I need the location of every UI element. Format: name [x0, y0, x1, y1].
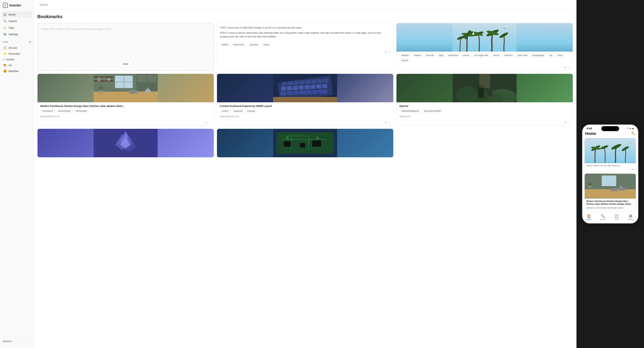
- tag-airplane[interactable]: airplane: [399, 53, 411, 57]
- tag-sky[interactable]: sky: [547, 53, 554, 57]
- sidebar-item-archive[interactable]: ▪️ Archive: [2, 57, 32, 62]
- svg-rect-53: [273, 97, 337, 102]
- tag-landscape[interactable]: landscape: [446, 53, 460, 57]
- tag-nature[interactable]: nature: [491, 53, 501, 57]
- tag-travel[interactable]: travel: [556, 53, 564, 57]
- sky-card-actions: ⤢ ⋯: [396, 64, 573, 71]
- phone-tag-modern[interactable]: modern: [617, 207, 624, 209]
- phone-tag-kitchenstyle[interactable]: kitchenstyle: [608, 207, 617, 209]
- sidebar-item-search[interactable]: 🔍 Search: [2, 18, 32, 24]
- svg-point-19: [102, 77, 106, 81]
- search-input[interactable]: [37, 2, 573, 8]
- tag-blue-sky[interactable]: blue sky: [424, 53, 436, 57]
- expand-kitchen-button[interactable]: ⤢: [205, 121, 208, 124]
- phone-tag-landscape[interactable]: landscape: [612, 164, 620, 166]
- phone-nav-search[interactable]: 🔍 Search: [600, 214, 606, 220]
- tag-keycaps[interactable]: keycaps: [246, 109, 257, 113]
- more-recipe-button[interactable]: ⋯: [388, 50, 391, 54]
- phone-settings-label: Settings: [628, 219, 634, 220]
- expand-openai-button[interactable]: ⤢: [564, 121, 566, 124]
- phone-tag-homedecor[interactable]: homedecor: [586, 207, 595, 209]
- tag-flight[interactable]: flight: [437, 53, 445, 57]
- tag-custom[interactable]: custom: [220, 109, 231, 113]
- input-card[interactable]: Paste a link, write a note or drag and d…: [37, 23, 214, 71]
- tag-tropical[interactable]: tropical: [399, 58, 410, 62]
- tag-low-angle-view[interactable]: low angle view: [472, 53, 490, 57]
- tag-interiordesign[interactable]: interiordesign: [56, 109, 73, 113]
- kitchen-url: www.pinterest.co.uk: [38, 115, 214, 119]
- add-list-button[interactable]: +: [29, 40, 31, 43]
- phone-kitchen-image: [585, 174, 636, 199]
- phone-palm-tags: airplane aviation blue sky flight landsc…: [585, 163, 636, 167]
- sidebar-item-favourites[interactable]: ⭐ Favourites: [2, 51, 32, 57]
- tag-photography[interactable]: photography: [530, 53, 546, 57]
- tag-outdoors[interactable]: outdoors: [502, 53, 515, 57]
- phone-tag-aviation[interactable]: aviation: [594, 164, 600, 166]
- svg-rect-33: [294, 81, 299, 85]
- svg-rect-36: [311, 80, 316, 84]
- input-placeholder: Paste a link, write a note or drag and d…: [41, 27, 210, 31]
- sidebar-item-watchlist[interactable]: 🟠 Watchlist: [2, 68, 32, 74]
- all-lists-icon: 📋: [3, 46, 7, 50]
- svg-rect-41: [293, 86, 298, 90]
- svg-rect-28: [129, 90, 137, 94]
- phone-tag-airplane[interactable]: airplane: [586, 164, 593, 166]
- keyboard-tags: custom keyboard keycaps: [217, 109, 393, 115]
- keyboard-card-actions: ⤢ ⋯: [217, 119, 393, 126]
- tag-recipe[interactable]: recipe: [262, 43, 271, 47]
- footer-menu-button[interactable]: ...: [28, 339, 31, 343]
- tag-cupcakes[interactable]: cupcakes: [247, 43, 260, 47]
- expand-sky-button[interactable]: ⤢: [564, 66, 566, 69]
- tag-keyboard[interactable]: keyboard: [232, 109, 244, 113]
- phone-nav-settings[interactable]: ⚙️ Settings: [628, 214, 634, 220]
- tag-aviation[interactable]: aviation: [412, 53, 423, 57]
- all-lists-label: All Lists: [8, 46, 17, 49]
- openai-tags: artificialintelligence generativemodels: [396, 109, 573, 115]
- phone-star-button[interactable]: ☆: [628, 168, 631, 171]
- more-keyboard-button[interactable]: ⋯: [388, 121, 391, 124]
- tag-palm-trees[interactable]: palm trees: [516, 53, 530, 57]
- tag-kitchenstyle[interactable]: kitchenstyle: [74, 109, 89, 113]
- phone-nav-home[interactable]: 🏠 Home: [586, 214, 592, 220]
- sidebar-item-art[interactable]: 🎨 Art: [2, 62, 32, 68]
- more-openai-button[interactable]: ⋯: [568, 121, 570, 124]
- sky-tags: airplane aviation blue sky flight landsc…: [396, 52, 573, 64]
- phone-time: 4:43: [586, 127, 592, 130]
- svg-rect-32: [288, 81, 293, 85]
- bookmarks-title: Bookmarks: [37, 14, 573, 19]
- sidebar-item-tags[interactable]: 🏷️ Tags: [2, 25, 32, 31]
- phone-lists-icon: 📋: [614, 214, 619, 218]
- phone-tag-blue-sky[interactable]: blue sky: [600, 164, 607, 166]
- more-sky-button[interactable]: ⋯: [568, 66, 570, 69]
- logo[interactable]: h hoarder: [0, 3, 34, 11]
- bookmarks-area: Bookmarks Paste a link, write a note or …: [34, 10, 576, 348]
- more-kitchen-button[interactable]: ⋯: [209, 121, 212, 124]
- svg-point-18: [97, 77, 101, 81]
- lists-header: Lists +: [0, 37, 34, 45]
- phone-edit-button[interactable]: ✏️: [632, 132, 635, 136]
- phone-nav: 🏠 Home 🔍 Search 📋 Lists ⚙️ Settings: [582, 212, 638, 223]
- save-button[interactable]: Save: [118, 61, 133, 67]
- phone-tag-interiordesign[interactable]: interiordesign: [596, 207, 607, 209]
- favourites-icon: ⭐: [3, 52, 7, 55]
- expand-keyboard-button[interactable]: ⤢: [384, 121, 387, 124]
- art-label: Art: [8, 64, 12, 67]
- tag-homedecor[interactable]: homedecor: [40, 109, 55, 113]
- tag-baking[interactable]: baking: [220, 43, 230, 47]
- keyboard-card: Custom Keyboard Inspired by HHKB Layout …: [217, 74, 394, 126]
- expand-recipe-button[interactable]: ⤢: [384, 50, 387, 54]
- phone-more-button[interactable]: •••: [632, 168, 634, 171]
- svg-rect-75: [284, 141, 291, 147]
- sidebar-item-home[interactable]: 🏠 Home: [2, 11, 32, 18]
- tag-generative[interactable]: generativemodels: [422, 109, 443, 113]
- sidebar-item-settings[interactable]: ⚙️ Settings: [2, 31, 32, 37]
- sidebar-item-all-lists[interactable]: 📋 All Lists: [2, 45, 32, 51]
- tag-leisure[interactable]: leisure: [461, 53, 471, 57]
- phone-nav-lists[interactable]: 📋 Lists: [614, 214, 619, 220]
- openai-image: [396, 74, 573, 102]
- tag-buttercream[interactable]: buttercream: [231, 43, 246, 47]
- phone-tag-flight[interactable]: flight: [608, 164, 611, 166]
- tag-ai[interactable]: artificialintelligence: [399, 109, 421, 113]
- svg-rect-31: [282, 82, 287, 86]
- recipe-tags: baking buttercream cupcakes recipe: [217, 43, 393, 49]
